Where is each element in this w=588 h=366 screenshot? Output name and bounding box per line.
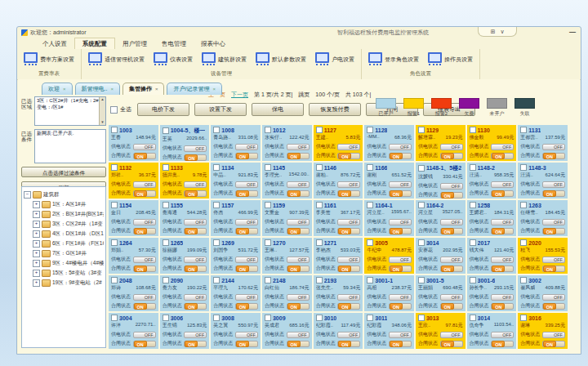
meter-card[interactable]: 1148-1、5楼2 沈媛钱 330.41元 供电状态 OFF 合闸状态 (416, 163, 466, 199)
meter-card[interactable]: 2193 张先生.. 59.34元 供电状态 OFF 合闸状态 (314, 275, 363, 311)
meter-card[interactable]: 1130 佛金毅 99.49元 供电状态 OFF 合闸状态 (467, 125, 517, 161)
card-checkbox[interactable] (213, 315, 220, 321)
switch-status-toggle[interactable]: ON (235, 228, 258, 234)
supply-status-toggle[interactable]: OFF (287, 144, 310, 150)
next-page-link[interactable]: 下一页 (231, 91, 248, 99)
card-checkbox[interactable] (316, 202, 323, 208)
supply-status-toggle[interactable]: OFF (337, 294, 360, 301)
card-checkbox[interactable] (367, 315, 373, 321)
toggle-on-knob[interactable]: ON (287, 341, 301, 347)
toggle-on-knob[interactable]: ON (338, 266, 351, 272)
action-button[interactable]: 恢复预付费 (309, 103, 361, 116)
card-checkbox[interactable] (470, 164, 476, 171)
supply-status-toggle[interactable]: OFF (184, 181, 207, 188)
card-checkbox[interactable] (520, 164, 527, 171)
toggle-on-knob[interactable]: ON (390, 303, 403, 310)
toggle-on-knob[interactable]: ON (236, 153, 249, 159)
meter-card[interactable]: 3008 吴之翼 550.97元 供电状态 OFF 合闸状态 (211, 313, 261, 349)
menu-item[interactable]: 系统配置 (74, 38, 115, 49)
action-button[interactable]: 保电 (252, 103, 304, 116)
expand-icon[interactable] (33, 279, 40, 287)
supply-status-toggle[interactable]: OFF (440, 332, 463, 338)
switch-status-toggle[interactable]: ON (440, 341, 463, 347)
supply-status-toggle[interactable]: OFF (235, 257, 258, 263)
toggle-on-knob[interactable]: ON (441, 228, 454, 234)
switch-status-toggle[interactable]: ON (133, 303, 156, 310)
toggle-on-knob[interactable]: ON (338, 153, 351, 159)
supply-status-toggle[interactable]: OFF (184, 145, 207, 152)
switch-status-toggle[interactable]: ON (235, 266, 258, 272)
supply-status-toggle[interactable]: OFF (337, 257, 360, 263)
meter-card[interactable]: 3011 纪彩霞 348.06元 供电状态 OFF 合闸状态 (364, 313, 414, 349)
supply-status-toggle[interactable]: OFF (287, 257, 310, 263)
expand-icon[interactable] (33, 250, 40, 257)
meter-card[interactable]: 3014 安赛花 202.95元 供电状态 OFF 合闸状态 (416, 238, 466, 274)
card-checkbox[interactable] (265, 164, 271, 171)
switch-status-toggle[interactable]: ON (337, 153, 360, 159)
meter-card[interactable]: 1131 王都营.. 137.59元 供电状态 OFF 合闸状态 (518, 125, 568, 161)
supply-status-toggle[interactable]: OFF (287, 332, 310, 338)
toggle-on-knob[interactable]: ON (492, 153, 505, 159)
supply-status-toggle[interactable]: OFF (337, 332, 360, 338)
card-checkbox[interactable] (111, 277, 118, 283)
supply-status-toggle[interactable]: OFF (235, 294, 258, 301)
card-checkbox[interactable] (111, 239, 118, 246)
supply-status-toggle[interactable]: OFF (440, 294, 463, 301)
meter-card[interactable]: 1148-3 汪清.. 624.64元 供电状态 OFF 合闸状态 (518, 163, 568, 199)
supply-status-toggle[interactable]: OFF (389, 294, 412, 301)
toggle-on-knob[interactable]: ON (134, 266, 147, 272)
expand-icon[interactable] (33, 221, 40, 228)
switch-status-toggle[interactable]: ON (235, 153, 258, 159)
supply-status-toggle[interactable]: OFF (440, 144, 463, 150)
quick-access-control[interactable]: ⊞ ∨ (478, 27, 517, 37)
card-checkbox[interactable] (470, 315, 476, 321)
meter-card[interactable]: 1128 -MM.. 68.36元 供电状态 OFF 合闸状态 (364, 125, 414, 161)
toggle-on-knob[interactable]: ON (236, 266, 249, 272)
tree-root[interactable]: 建筑群 (24, 190, 104, 199)
meter-card[interactable]: 1164-1 河立星.. 1595.67.. 供电状态 OFF 合闸状态 (364, 200, 414, 236)
toggle-on-knob[interactable]: ON (543, 341, 556, 347)
switch-status-toggle[interactable]: ON (184, 266, 207, 272)
supply-status-toggle[interactable]: OFF (133, 219, 156, 225)
meter-card[interactable]: 3004 许洋 2270.71.. 供电状态 OFF 合闸状态 (109, 313, 158, 349)
switch-status-toggle[interactable]: ON (287, 341, 310, 347)
toggle-on-knob[interactable]: ON (543, 153, 556, 159)
toggle-on-knob[interactable]: ON (492, 303, 505, 310)
card-checkbox[interactable] (470, 127, 476, 133)
toggle-on-knob[interactable]: ON (134, 228, 147, 234)
supply-status-toggle[interactable]: OFF (133, 257, 156, 263)
meter-card[interactable]: 1145 李理光.. 1542.00.. 供电状态 OFF 合闸状态 (262, 163, 312, 199)
toggle-on-knob[interactable]: ON (185, 228, 198, 234)
meter-card[interactable]: 3001-1 高相 238.37元 供电状态 OFF 合闸状态 (364, 275, 414, 311)
meter-card[interactable]: 3016 谢琳 339.25元 供电状态 OFF 合闸状态 (518, 313, 568, 349)
tree-node[interactable]: 3区：C区2#井（1#变 (24, 219, 104, 229)
supply-status-toggle[interactable]: OFF (184, 332, 207, 338)
switch-status-toggle[interactable]: ON (184, 303, 207, 310)
toggle-on-knob[interactable]: ON (185, 190, 198, 197)
supply-status-toggle[interactable]: OFF (440, 219, 463, 225)
toggle-on-knob[interactable]: ON (390, 228, 403, 234)
card-checkbox[interactable] (316, 164, 323, 171)
toggle-on-knob[interactable]: ON (390, 341, 403, 347)
card-checkbox[interactable] (367, 164, 373, 171)
toggle-on-knob[interactable]: ON (441, 192, 454, 199)
toggle-on-knob[interactable]: ON (390, 266, 403, 272)
minimize-button[interactable]: — (569, 28, 576, 35)
switch-status-toggle[interactable]: ON (440, 303, 463, 310)
card-checkbox[interactable] (213, 277, 220, 283)
card-checkbox[interactable] (316, 239, 323, 246)
switch-status-toggle[interactable]: ON (389, 341, 412, 347)
tree-node[interactable]: 1区：A区1#井 (24, 199, 104, 209)
switch-status-toggle[interactable]: ON (337, 303, 360, 310)
card-checkbox[interactable] (213, 239, 220, 246)
grid-icon[interactable]: ⊞ (491, 29, 496, 35)
supply-status-toggle[interactable]: OFF (389, 144, 412, 150)
switch-status-toggle[interactable]: ON (542, 153, 565, 159)
supply-status-toggle[interactable]: OFF (235, 144, 258, 150)
supply-status-toggle[interactable]: OFF (235, 181, 258, 188)
meter-card[interactable]: 1127 王建.. 5.83元 供电状态 OFF 合闸状态 (314, 125, 363, 161)
card-checkbox[interactable] (470, 239, 476, 246)
toggle-on-knob[interactable]: ON (543, 266, 556, 272)
switch-status-toggle[interactable]: ON (491, 341, 514, 347)
switch-status-toggle[interactable]: ON (440, 228, 463, 234)
